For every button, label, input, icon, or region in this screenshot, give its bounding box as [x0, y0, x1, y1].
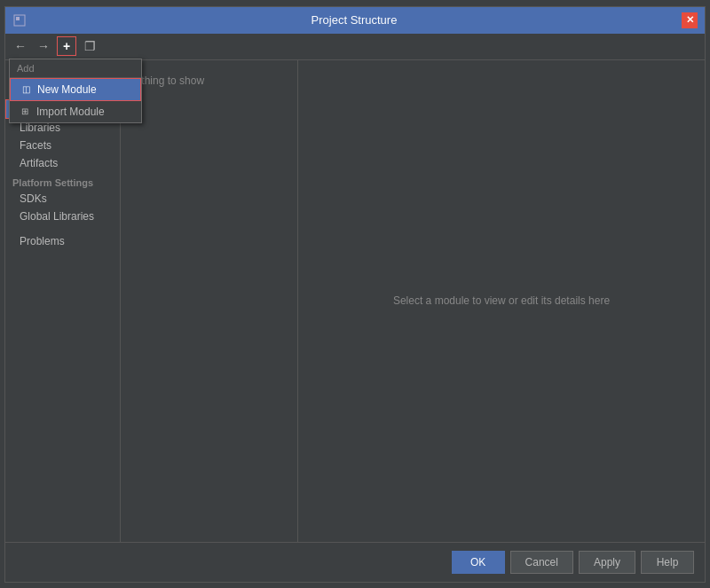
import-module-item[interactable]: ⊞ Import Module — [10, 101, 141, 122]
sidebar: Project Settings Project Modules Librari… — [5, 60, 121, 542]
import-module-label: Import Module — [36, 106, 105, 118]
apply-button[interactable]: Apply — [579, 551, 635, 574]
import-module-icon: ⊞ — [19, 106, 31, 118]
sidebar-item-sdks[interactable]: SDKs — [5, 190, 120, 208]
module-list-panel: Nothing to show — [121, 60, 298, 542]
new-module-item[interactable]: ◫ New Module — [10, 78, 141, 101]
forward-button[interactable]: → — [34, 36, 53, 56]
sidebar-item-artifacts[interactable]: Artifacts — [5, 154, 120, 172]
dropdown-header: Add — [10, 59, 141, 78]
app-icon — [12, 13, 27, 27]
sidebar-item-facets[interactable]: Facets — [5, 137, 120, 154]
ok-button[interactable]: OK — [452, 551, 505, 574]
new-module-label: New Module — [37, 83, 97, 96]
main-panels: Nothing to show Select a module to view … — [121, 60, 705, 542]
copy-button[interactable]: ❐ — [80, 36, 99, 56]
footer: OK Cancel Apply Help — [5, 542, 705, 582]
add-dropdown-menu: Add ◫ New Module ⊞ Import Module — [9, 59, 142, 123]
platform-settings-header: Platform Settings — [5, 172, 120, 190]
close-button[interactable]: ✕ — [682, 12, 698, 28]
svg-rect-1 — [16, 17, 20, 20]
sidebar-item-problems[interactable]: Problems — [5, 232, 120, 250]
content-area: Project Settings Project Modules Librari… — [5, 60, 705, 542]
new-module-icon: ◫ — [20, 83, 32, 96]
dialog-title: Project Structure — [27, 13, 682, 27]
sidebar-item-global-libraries[interactable]: Global Libraries — [5, 208, 120, 225]
help-button[interactable]: Help — [641, 551, 694, 574]
project-structure-dialog: Project Structure ✕ ← → + ❐ Add ◫ New Mo… — [4, 6, 706, 583]
toolbar: ← → + ❐ Add ◫ New Module ⊞ Import Module — [5, 34, 705, 60]
add-button[interactable]: + — [57, 36, 76, 56]
select-module-message: Select a module to view or edit its deta… — [393, 294, 610, 307]
title-bar: Project Structure ✕ — [5, 7, 705, 34]
nothing-to-show-label: Nothing to show — [128, 67, 290, 94]
cancel-button[interactable]: Cancel — [510, 551, 573, 574]
back-button[interactable]: ← — [11, 36, 30, 56]
module-detail-panel: Select a module to view or edit its deta… — [298, 60, 705, 542]
